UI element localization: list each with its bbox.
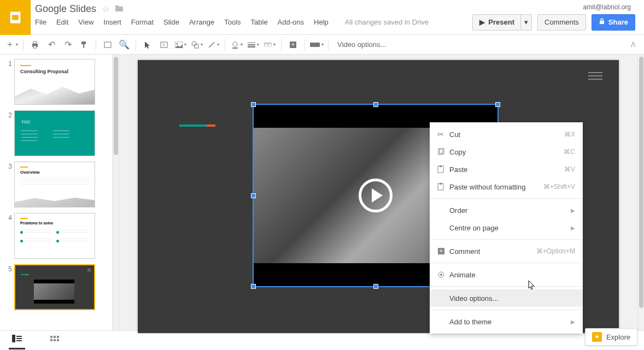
- svg-rect-7: [83, 44, 84, 48]
- copy-icon: [437, 148, 449, 156]
- insert-comment-button[interactable]: +: [286, 38, 300, 52]
- zoom-fit-button[interactable]: [101, 38, 115, 52]
- svg-rect-1: [12, 15, 19, 20]
- filmstrip-view-button[interactable]: [9, 331, 25, 349]
- svg-rect-5: [33, 46, 37, 48]
- textbox-tool[interactable]: T: [157, 38, 171, 52]
- user-email[interactable]: amit@labnol.org: [583, 3, 631, 11]
- slides-logo[interactable]: [0, 0, 31, 35]
- menu-insert[interactable]: Insert: [103, 18, 121, 26]
- document-title[interactable]: Google Slides: [35, 3, 96, 15]
- svg-rect-45: [57, 339, 59, 341]
- menubar: File Edit View Insert Format Slide Arran…: [35, 18, 459, 26]
- resize-handle-tr[interactable]: [495, 102, 500, 107]
- separator: [136, 39, 136, 51]
- menu-format[interactable]: Format: [131, 18, 154, 26]
- ctx-comment[interactable]: + Comment ⌘+Option+M: [430, 242, 583, 260]
- print-button[interactable]: [28, 38, 42, 52]
- border-dash-tool[interactable]: [262, 38, 277, 52]
- separator: [430, 198, 583, 199]
- menu-tools[interactable]: Tools: [224, 18, 241, 26]
- ctx-paste[interactable]: Paste ⌘V: [430, 161, 583, 178]
- svg-text:+: +: [291, 41, 295, 48]
- hamburger-icon: [588, 72, 602, 80]
- separator: [430, 263, 583, 263]
- ctx-add-to-theme[interactable]: Add to theme ▶: [430, 313, 583, 330]
- menu-slide[interactable]: Slide: [163, 18, 179, 26]
- resize-handle-tm[interactable]: [373, 102, 378, 107]
- comments-button[interactable]: Comments: [537, 14, 586, 31]
- folder-icon[interactable]: [115, 4, 124, 14]
- thumbnail-4[interactable]: 4 Problems to solve: [3, 213, 109, 259]
- submenu-arrow-icon: ▶: [571, 319, 575, 325]
- menu-help[interactable]: Help: [314, 18, 329, 26]
- title-mid: Google Slides ☆ File Edit View Insert Fo…: [31, 0, 464, 34]
- canvas-scrollbar[interactable]: [637, 55, 644, 330]
- undo-button[interactable]: ↶: [44, 38, 58, 52]
- submenu-arrow-icon: ▶: [571, 225, 575, 231]
- comment-icon: +: [437, 247, 449, 255]
- thumbs-scrollbar[interactable]: [113, 55, 119, 330]
- input-tool[interactable]: [309, 38, 324, 52]
- svg-rect-38: [16, 338, 22, 339]
- menu-file[interactable]: File: [35, 18, 46, 26]
- paint-format-button[interactable]: [77, 38, 91, 52]
- resize-handle-tl[interactable]: [251, 102, 256, 107]
- thumbnails-panel[interactable]: 1 Consulting Proposal 2 TOC 3 Overview 4: [0, 55, 113, 330]
- play-icon: [359, 179, 393, 212]
- share-button[interactable]: Share: [592, 14, 635, 31]
- line-tool[interactable]: [206, 38, 220, 52]
- resize-handle-bm[interactable]: [373, 284, 378, 289]
- menu-view[interactable]: View: [78, 18, 93, 26]
- separator: [328, 39, 329, 51]
- ctx-cut[interactable]: ✂ Cut ⌘X: [430, 126, 583, 143]
- collapse-toolbar-icon[interactable]: ᐱ: [631, 41, 640, 49]
- grid-view-button[interactable]: [47, 333, 62, 349]
- select-tool[interactable]: [140, 38, 155, 52]
- menu-table[interactable]: Table: [251, 18, 268, 26]
- new-slide-button[interactable]: ＋: [4, 38, 19, 52]
- menu-arrange[interactable]: Arrange: [189, 18, 214, 26]
- svg-rect-31: [440, 183, 442, 185]
- submenu-arrow-icon: ▶: [571, 207, 575, 213]
- menu-edit[interactable]: Edit: [56, 18, 68, 26]
- ctx-paste-without-formatting[interactable]: Paste without formatting ⌘+Shift+V: [430, 178, 583, 195]
- titlebar: Google Slides ☆ File Edit View Insert Fo…: [0, 0, 644, 35]
- present-button[interactable]: ▶ Present: [472, 14, 521, 31]
- scissors-icon: ✂: [437, 130, 449, 139]
- menu-addons[interactable]: Add-ons: [278, 18, 304, 26]
- resize-handle-bl[interactable]: [251, 284, 256, 289]
- ctx-copy[interactable]: Copy ⌘C: [430, 143, 583, 161]
- ctx-animate[interactable]: Animate: [430, 266, 583, 283]
- thumbnail-1[interactable]: 1 Consulting Proposal: [3, 59, 109, 105]
- thumbnail-5[interactable]: 5: [3, 264, 109, 310]
- video-options-toolbar[interactable]: Video options...: [333, 40, 386, 49]
- svg-rect-29: [440, 165, 442, 167]
- svg-rect-14: [195, 44, 198, 48]
- redo-button[interactable]: ↷: [61, 38, 75, 52]
- explore-button[interactable]: ✦ Explore: [585, 328, 637, 346]
- fill-color-tool[interactable]: [230, 38, 244, 52]
- present-dropdown[interactable]: ▾: [520, 14, 532, 31]
- toolbar: ＋ ↶ ↷ 🔍 T + Video options... ᐱ: [0, 35, 644, 55]
- svg-line-15: [209, 42, 214, 48]
- resize-handle-ml[interactable]: [251, 193, 256, 198]
- svg-rect-4: [33, 41, 37, 44]
- zoom-button[interactable]: 🔍: [117, 38, 131, 52]
- ctx-order[interactable]: Order ▶: [430, 201, 583, 219]
- svg-rect-43: [50, 339, 52, 341]
- ctx-video-options[interactable]: Video options...: [430, 289, 583, 307]
- image-tool[interactable]: [173, 38, 188, 52]
- thumbnail-3[interactable]: 3 Overview: [3, 162, 109, 207]
- svg-rect-25: [310, 43, 320, 47]
- shape-tool[interactable]: [190, 38, 204, 52]
- svg-rect-41: [54, 336, 56, 338]
- star-icon[interactable]: ☆: [102, 4, 109, 14]
- ctx-centre[interactable]: Centre on page ▶: [430, 219, 583, 236]
- border-weight-tool[interactable]: [246, 38, 260, 52]
- explore-icon: ✦: [592, 332, 602, 342]
- separator: [96, 39, 96, 51]
- thumbnail-2[interactable]: 2 TOC: [3, 110, 109, 156]
- svg-rect-6: [81, 41, 86, 44]
- svg-rect-37: [16, 336, 22, 337]
